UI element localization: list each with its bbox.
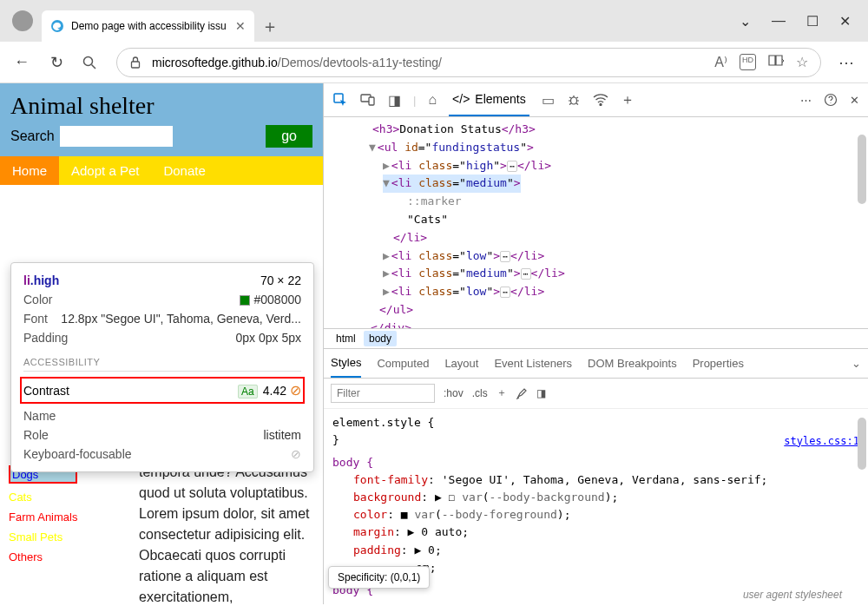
- profile-avatar[interactable]: [12, 10, 33, 31]
- maximize-icon[interactable]: ☐: [806, 13, 819, 30]
- edge-favicon: [50, 19, 64, 33]
- page-title: Animal shelter: [10, 92, 312, 120]
- svg-rect-3: [132, 62, 140, 68]
- user-agent-label: user agent stylesheet: [743, 589, 842, 601]
- back-icon[interactable]: ←: [12, 53, 31, 71]
- new-tab-button[interactable]: ＋: [261, 15, 279, 38]
- refresh-icon[interactable]: ↻: [47, 53, 66, 72]
- styles-filter-input[interactable]: [331, 384, 435, 403]
- tab-properties[interactable]: Properties: [693, 357, 744, 370]
- specificity-tooltip: Specificity: (0,0,1): [328, 566, 430, 589]
- svg-rect-6: [369, 97, 374, 105]
- tab-close-icon[interactable]: ✕: [235, 19, 246, 33]
- add-rule-icon[interactable]: ＋: [496, 385, 507, 400]
- tab-layout[interactable]: Layout: [444, 357, 478, 370]
- sidebar-small-pets[interactable]: Small Pets: [9, 530, 77, 543]
- dom-tree[interactable]: <h3>Donation Status</h3> ▼<ul id="fundin…: [324, 117, 868, 328]
- panel-right-icon[interactable]: ◨: [536, 387, 546, 399]
- svg-point-7: [570, 97, 576, 104]
- svg-point-1: [84, 56, 93, 65]
- styles-scrollbar[interactable]: [858, 418, 866, 470]
- sidebar-cats[interactable]: Cats: [9, 491, 77, 504]
- tab-elements[interactable]: </>Elements: [449, 83, 529, 116]
- svg-line-2: [92, 64, 96, 69]
- brush-icon[interactable]: [516, 387, 528, 399]
- inspect-icon[interactable]: [332, 92, 348, 108]
- contrast-row: Contrast Aa4.42⊘: [20, 377, 305, 404]
- tab-styles[interactable]: Styles: [331, 349, 361, 378]
- sidebar-farm[interactable]: Farm Animals: [9, 510, 77, 524]
- nav-donate[interactable]: Donate: [151, 156, 217, 185]
- hd-icon[interactable]: HD: [740, 54, 756, 70]
- favorite-icon[interactable]: ☆: [796, 54, 808, 70]
- menu-icon[interactable]: ⋯: [837, 53, 856, 72]
- inspector-tooltip: li.high 70 × 22 Color#008000 Font12.8px …: [10, 262, 314, 472]
- chevron-down-icon[interactable]: ⌄: [852, 357, 861, 370]
- search-icon[interactable]: [82, 55, 101, 70]
- hov-toggle[interactable]: :hov: [444, 387, 464, 399]
- close-window-icon[interactable]: ✕: [839, 13, 851, 30]
- help-icon[interactable]: [824, 93, 838, 107]
- home-devtools-icon[interactable]: ⌂: [428, 92, 437, 108]
- close-devtools-icon[interactable]: ✕: [850, 94, 859, 107]
- source-link[interactable]: styles.css:1: [784, 433, 859, 450]
- browser-tab[interactable]: Demo page with accessibility issu ✕: [42, 10, 254, 42]
- forbidden-icon: ⊘: [291, 447, 301, 461]
- device-icon[interactable]: [360, 93, 376, 107]
- breadcrumb[interactable]: html body: [324, 328, 868, 349]
- sidebar-others[interactable]: Others: [9, 550, 77, 563]
- panel-icon[interactable]: ◨: [388, 92, 401, 109]
- read-aloud-icon[interactable]: A⁾: [714, 54, 727, 70]
- chevron-down-icon[interactable]: ⌄: [740, 13, 751, 30]
- reader-icon[interactable]: [768, 54, 784, 70]
- more-devtools-icon[interactable]: ⋯: [800, 94, 812, 107]
- sources-icon[interactable]: ▭: [542, 92, 555, 109]
- main-nav: Home Adopt a Pet Donate: [0, 156, 323, 185]
- search-input[interactable]: [60, 126, 173, 147]
- svg-point-8: [600, 104, 602, 106]
- nav-adopt[interactable]: Adopt a Pet: [59, 156, 151, 185]
- dom-scrollbar[interactable]: [858, 135, 866, 204]
- go-button[interactable]: go: [266, 125, 312, 148]
- add-tab-icon[interactable]: ＋: [621, 91, 635, 109]
- body-text: tempora unde? Accusamus quod ut soluta v…: [139, 462, 312, 604]
- search-label: Search: [10, 128, 55, 144]
- minimize-icon[interactable]: ―: [772, 13, 786, 30]
- tab-event-listeners[interactable]: Event Listeners: [494, 357, 572, 370]
- warning-icon: ⊘: [290, 383, 301, 398]
- wifi-icon[interactable]: [593, 94, 608, 106]
- tab-computed[interactable]: Computed: [377, 357, 429, 370]
- bug-icon[interactable]: [567, 93, 581, 107]
- address-bar[interactable]: microsoftedge.github.io/Demos/devtools-a…: [116, 48, 821, 77]
- tab-dom-breakpoints[interactable]: DOM Breakpoints: [588, 357, 677, 370]
- tab-title: Demo page with accessibility issu: [71, 20, 227, 32]
- cls-toggle[interactable]: .cls: [472, 387, 488, 399]
- lock-icon: [129, 56, 141, 69]
- nav-home[interactable]: Home: [0, 156, 59, 185]
